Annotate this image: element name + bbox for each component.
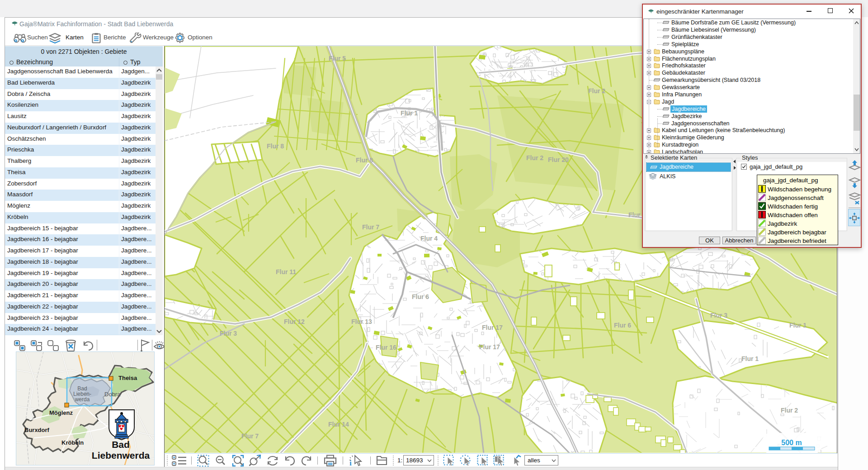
svg-text:Theisa: Theisa (118, 375, 137, 381)
svg-text:Flur 12: Flur 12 (284, 318, 305, 325)
svg-text:Flur 8: Flur 8 (267, 142, 284, 150)
svg-text:Flur 6: Flur 6 (412, 293, 429, 300)
svg-text:Flur 5: Flur 5 (329, 55, 346, 62)
svg-text:werda: werda (75, 396, 90, 403)
svg-text:Flur 6: Flur 6 (614, 322, 631, 329)
svg-text:Flur 17: Flur 17 (479, 343, 500, 351)
svg-text:Flur 20: Flur 20 (548, 156, 569, 163)
svg-text:Liebenwerda: Liebenwerda (92, 450, 150, 461)
svg-text:Flur 7: Flur 7 (241, 432, 259, 440)
svg-text:Kröbeln: Kröbeln (61, 439, 84, 446)
svg-text:Flur 16: Flur 16 (376, 344, 396, 351)
svg-text:Möglenz: Möglenz (49, 409, 73, 416)
svg-text:Flur 7: Flur 7 (362, 223, 379, 231)
svg-text:Flur 14: Flur 14 (328, 421, 349, 428)
svg-text:Flur 17: Flur 17 (482, 324, 503, 331)
svg-text:500 m: 500 m (781, 439, 802, 446)
svg-text:Flur 4: Flur 4 (420, 235, 438, 242)
svg-text:Flur 2: Flur 2 (781, 407, 798, 414)
svg-text:Flur 13: Flur 13 (351, 318, 372, 325)
svg-text:Flur 3: Flur 3 (710, 312, 727, 319)
svg-text:Flur 1: Flur 1 (789, 322, 807, 329)
svg-text:Flur 2: Flur 2 (588, 87, 605, 95)
svg-text:Dobra: Dobra (104, 391, 121, 398)
svg-text:Flur 1: Flur 1 (741, 355, 759, 362)
svg-text:Flur 1: Flur 1 (401, 109, 418, 117)
svg-text:Burxdorf: Burxdorf (24, 427, 50, 433)
svg-text:Flur 11: Flur 11 (276, 268, 296, 275)
svg-text:Flur 8: Flur 8 (356, 157, 373, 164)
svg-text:Bad: Bad (112, 439, 130, 450)
svg-text:Flur 2: Flur 2 (526, 154, 543, 161)
svg-text:Flur 3: Flur 3 (220, 330, 237, 337)
